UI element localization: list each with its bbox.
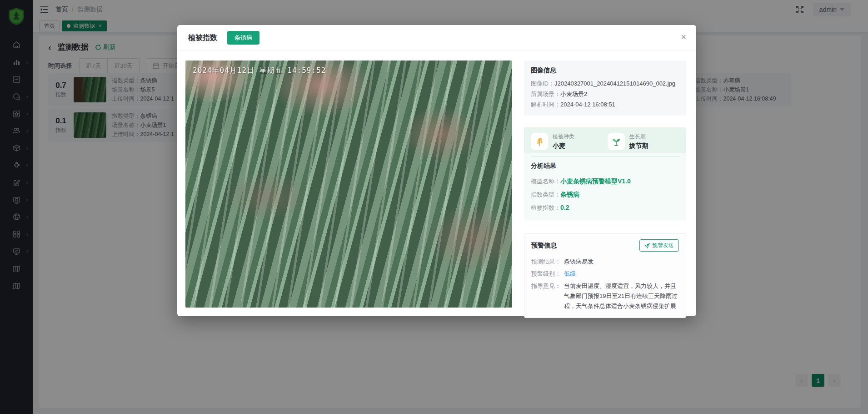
modal-title: 植被指数 [188, 33, 217, 43]
warning-title: 预警信息 [531, 242, 557, 250]
wheat-field-photo: 2024年04月12日 星期五 14:59:52 [185, 61, 512, 308]
send-warning-button[interactable]: 预警发送 [639, 239, 679, 252]
growth-stage-label: 生长期 [629, 133, 649, 141]
advice-value: 当前麦田温度、湿度适宜，风力较大，并且气象部门预报19日至21日有连续三天降雨过… [564, 281, 679, 311]
warning-info-card: 预警信息 预警发送 预测结果：条锈病易发 预警级别：低级 指导意见：当前麦田温度… [524, 233, 686, 318]
image-id-value: J20240327001_20240412151014690_002.jpg [554, 78, 675, 89]
warning-level-value[interactable]: 低级 [564, 268, 576, 280]
wheat-icon [531, 133, 548, 150]
index-type-value: 条锈病 [560, 188, 579, 201]
close-icon[interactable]: × [681, 32, 686, 41]
image-info-title: 图像信息 [531, 66, 679, 75]
send-icon [644, 243, 650, 248]
scene-value: 小麦场景2 [560, 89, 587, 99]
vegetation-type-cell: 植被种类 小麦 [531, 133, 603, 150]
image-info-card: 图像信息 图像ID：J20240327001_20240412151014690… [524, 61, 686, 116]
vegetation-type-value: 小麦 [553, 142, 574, 150]
analysis-card: 植被种类 小麦 生长期 拔节期 [524, 127, 686, 221]
growth-stage-cell: 生长期 拔节期 [608, 133, 680, 150]
disease-type-badge: 条锈病 [227, 31, 259, 45]
predict-result-value: 条锈病易发 [564, 255, 594, 268]
detail-panel: 图像信息 图像ID：J20240327001_20240412151014690… [524, 61, 686, 318]
photo-timestamp: 2024年04月12日 星期五 14:59:52 [193, 66, 326, 76]
modal-header: 植被指数 条锈病 [177, 25, 696, 51]
vegetation-type-label: 植被种类 [553, 133, 574, 141]
growth-stage-value: 拔节期 [629, 142, 649, 150]
sprout-icon [608, 133, 625, 150]
veg-index-value: 0.2 [560, 201, 569, 214]
parse-time-value: 2024-04-12 16:08:51 [560, 99, 615, 110]
divider [531, 156, 679, 157]
vegetation-index-modal: 植被指数 条锈病 × 2024年04月12日 星期五 14:59:52 图像信息… [177, 25, 696, 316]
model-name-value: 小麦条锈病预警模型V1.0 [560, 175, 631, 188]
analysis-title: 分析结果 [531, 162, 679, 170]
